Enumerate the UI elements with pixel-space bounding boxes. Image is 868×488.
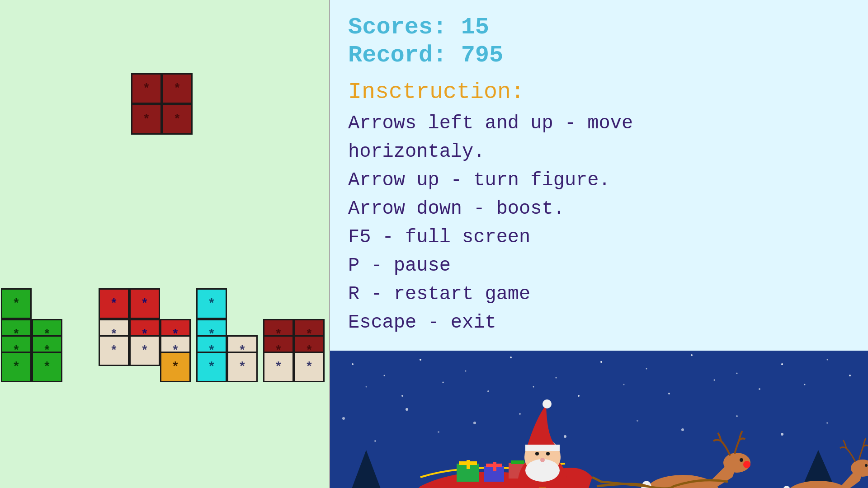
instruction-line: P - pause <box>348 252 850 280</box>
svg-rect-47 <box>467 460 470 469</box>
svg-point-16 <box>443 381 444 383</box>
christmas-svg <box>330 351 868 488</box>
svg-point-12 <box>827 359 828 360</box>
block-b1: * <box>1 288 32 319</box>
svg-point-62 <box>546 452 550 455</box>
svg-point-2 <box>384 375 385 376</box>
svg-point-7 <box>600 361 602 363</box>
instruction-line: horizontaly. <box>348 138 850 166</box>
svg-point-67 <box>740 458 743 462</box>
svg-point-36 <box>826 422 828 424</box>
block-b3: * <box>129 288 160 319</box>
block-e7: * <box>227 352 258 382</box>
block-d3: * <box>99 335 129 366</box>
svg-point-34 <box>736 415 738 417</box>
svg-point-4 <box>465 370 467 371</box>
svg-point-28 <box>438 431 439 433</box>
svg-point-10 <box>736 372 738 374</box>
svg-point-24 <box>804 384 806 385</box>
svg-point-14 <box>366 386 367 387</box>
svg-point-66 <box>743 461 750 468</box>
svg-point-33 <box>681 428 684 431</box>
svg-point-26 <box>374 440 376 442</box>
score-area: Scores: 15 Record: 795 Insctruction: Arr… <box>330 0 868 351</box>
instruction-line: Escape - exit <box>348 309 850 337</box>
svg-point-80 <box>865 464 868 467</box>
block-e5: * <box>160 352 191 382</box>
svg-point-6 <box>556 377 557 378</box>
svg-point-3 <box>420 359 421 361</box>
svg-point-63 <box>540 458 545 462</box>
svg-rect-50 <box>493 462 496 471</box>
svg-point-59 <box>542 399 552 408</box>
svg-point-5 <box>510 357 512 358</box>
svg-point-35 <box>781 433 783 436</box>
svg-point-31 <box>564 435 566 438</box>
christmas-scene <box>330 351 868 488</box>
instruction-line: R - restart game <box>348 280 850 309</box>
svg-point-18 <box>533 386 534 387</box>
svg-point-13 <box>849 375 851 376</box>
instruction-title: Insctruction: <box>348 79 850 105</box>
svg-point-11 <box>781 363 783 365</box>
block-active-br: * <box>162 104 193 135</box>
svg-point-61 <box>535 452 539 455</box>
svg-point-22 <box>714 379 715 380</box>
info-panel: Scores: 15 Record: 795 Insctruction: Arr… <box>330 0 868 488</box>
scores-display: Scores: 15 <box>348 14 850 42</box>
block-active-tr: * <box>162 73 193 104</box>
svg-point-29 <box>473 422 476 424</box>
block-e9: * <box>294 352 325 382</box>
block-e8: * <box>263 352 294 382</box>
svg-point-32 <box>637 420 638 422</box>
svg-point-25 <box>342 417 345 420</box>
block-d4: * <box>129 335 160 366</box>
svg-point-20 <box>623 384 625 385</box>
svg-point-30 <box>519 413 521 415</box>
svg-rect-58 <box>525 445 560 451</box>
game-board: * * * * * * * * * * * * * * * * * * * * … <box>0 0 330 488</box>
block-e6: * <box>196 352 227 382</box>
svg-point-9 <box>691 354 693 356</box>
svg-point-17 <box>487 390 489 392</box>
block-e2: * <box>32 352 62 382</box>
svg-rect-0 <box>330 351 868 488</box>
svg-point-8 <box>646 368 647 369</box>
block-active-bl: * <box>131 104 162 135</box>
instruction-line: F5 - full screen <box>348 223 850 252</box>
block-b4: * <box>196 288 227 319</box>
instruction-line: Arrow up - turn figure. <box>348 166 850 195</box>
block-e1: * <box>1 352 32 382</box>
svg-point-15 <box>401 395 403 397</box>
svg-point-60 <box>525 459 560 482</box>
block-b2: * <box>99 288 129 319</box>
svg-point-1 <box>352 363 354 365</box>
block-active-tl: * <box>131 73 162 104</box>
instruction-body: Arrows left and up - movehorizontaly.Arr… <box>348 109 850 337</box>
instruction-line: Arrows left and up - move <box>348 109 850 138</box>
svg-point-27 <box>406 408 408 411</box>
record-display: Record: 795 <box>348 42 850 70</box>
svg-point-19 <box>578 395 580 397</box>
svg-point-23 <box>759 388 760 390</box>
svg-point-21 <box>668 393 670 394</box>
instruction-line: Arrow down - boost. <box>348 195 850 223</box>
svg-rect-52 <box>511 460 524 464</box>
